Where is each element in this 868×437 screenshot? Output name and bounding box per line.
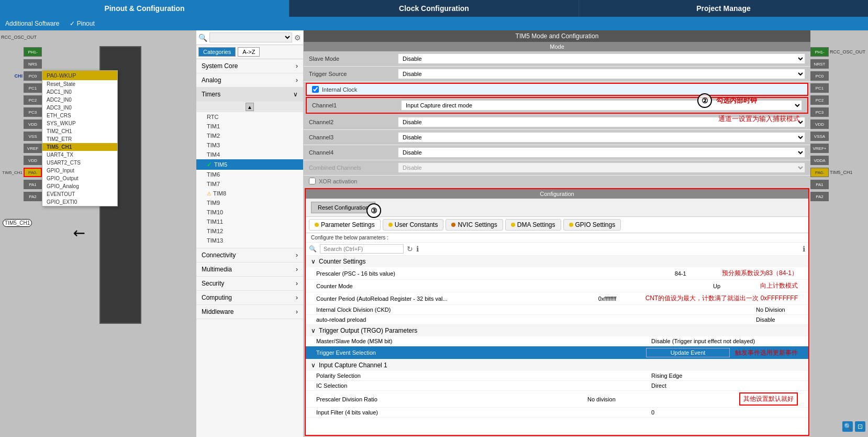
tab-user-constants[interactable]: User Constants	[383, 219, 444, 231]
rpin-vdd[interactable]: VDD	[810, 118, 865, 130]
search-bar: 🔍 ⚙	[196, 30, 303, 45]
dropdown-adc3-in0[interactable]: ADC3_IN0	[42, 104, 117, 112]
timer-tim2[interactable]: TIM2	[196, 131, 303, 140]
timer-tim12[interactable]: TIM12	[196, 226, 303, 236]
top-nav: Pinout & Configuration Clock Configurati…	[0, 0, 868, 17]
rpin-vssa[interactable]: VSSA	[810, 130, 865, 142]
zoom-fit-btn[interactable]: ⊡	[855, 421, 865, 432]
trigger-source-select[interactable]: Disable	[398, 69, 805, 79]
category-middleware[interactable]: Middleware ›	[196, 305, 303, 319]
zoom-in-btn[interactable]: 🔍	[842, 421, 853, 432]
scroll-up[interactable]: ▲	[246, 103, 254, 111]
dropdown-eventout[interactable]: EVENTOUT	[42, 190, 117, 198]
timer-tim8[interactable]: ⚠TIM8	[196, 189, 303, 198]
tim5-config-title: TIM5 Mode and Configuration	[304, 30, 810, 42]
search-select[interactable]	[209, 32, 292, 42]
dropdown-eth-crs[interactable]: ETH_CRS	[42, 112, 117, 119]
dropdown-gpio-exti0[interactable]: GPIO_EXTI0	[42, 198, 117, 206]
secondary-nav-additional[interactable]: Additional Software	[5, 20, 59, 27]
rpin-pa1[interactable]: PA1	[810, 179, 865, 190]
dropdown-adc2-in0[interactable]: ADC2_IN0	[42, 96, 117, 104]
timer-tim9[interactable]: TIM9	[196, 198, 303, 207]
xor-checkbox[interactable]	[309, 178, 316, 184]
polarity-value: Rising Edge	[651, 373, 798, 379]
param-search-input[interactable]	[320, 244, 404, 254]
category-connectivity[interactable]: Connectivity ›	[196, 248, 303, 263]
pin-nrst[interactable]: NRS	[0, 58, 99, 70]
input-capture-header[interactable]: ∨ Input Capture Channel 1	[306, 359, 808, 371]
secondary-nav: Additional Software ✓ Pinout	[0, 17, 868, 30]
tab-categories[interactable]: Categories	[198, 47, 236, 57]
timer-tim4[interactable]: TIM4	[196, 150, 303, 159]
pin-ph1[interactable]: PH1-	[0, 46, 99, 58]
rpin-vref[interactable]: VREF+	[810, 143, 865, 154]
param-search-info[interactable]: ℹ	[416, 245, 419, 253]
dropdown-usart2-cts[interactable]: USART2_CTS	[42, 159, 117, 167]
gear-icon[interactable]: ⚙	[294, 34, 301, 42]
arrow-tim5-pa0: ↙	[69, 223, 90, 244]
ic-selection-label: IC Selection	[316, 383, 651, 389]
timer-tim11[interactable]: TIM11	[196, 217, 303, 226]
param-search-refresh[interactable]: ↻	[407, 245, 413, 253]
timer-tim13[interactable]: TIM13	[196, 236, 303, 245]
timer-rtc[interactable]: RTC	[196, 112, 303, 122]
category-analog[interactable]: Analog ›	[196, 73, 303, 88]
dropdown-tim5-ch1[interactable]: TIM5_CH1	[42, 143, 117, 151]
tab-clock-config[interactable]: Clock Configuration	[290, 0, 579, 17]
timer-tim1[interactable]: TIM1	[196, 122, 303, 131]
rpin-pa0[interactable]: PA0- TIM5_CH1	[810, 167, 865, 178]
rpin-pc3[interactable]: PC3	[810, 106, 865, 118]
dropdown-sys-wkup[interactable]: SYS_WKUP	[42, 119, 117, 127]
dropdown-gpio-output[interactable]: GPIO_Output	[42, 174, 117, 182]
counter-settings-header[interactable]: ∨ Counter Settings	[306, 256, 808, 267]
internal-clock-checkbox[interactable]	[312, 86, 319, 93]
timer-tim6[interactable]: TIM6	[196, 170, 303, 179]
chinese-step2-text: 勾选内部时钟	[716, 96, 757, 105]
dropdown-reset-state[interactable]: Reset_State	[42, 80, 117, 88]
input-filter-value: 0	[651, 409, 798, 416]
secondary-nav-pinout[interactable]: ✓ Pinout	[70, 20, 94, 27]
dropdown-uart4-tx[interactable]: UART4_TX	[42, 151, 117, 159]
timer-tim7[interactable]: TIM7	[196, 179, 303, 189]
category-security[interactable]: Security ›	[196, 277, 303, 291]
rpin-pc0[interactable]: PC0	[810, 70, 865, 82]
category-computing[interactable]: Computing ›	[196, 291, 303, 305]
tab-pinout-config[interactable]: Pinout & Configuration	[0, 0, 290, 17]
rpin-vdda[interactable]: VDDA	[810, 155, 865, 166]
category-system-core[interactable]: System Core ›	[196, 59, 303, 73]
dropdown-adc1-in0[interactable]: ADC1_IN0	[42, 88, 117, 96]
rpin-pc1[interactable]: PC1	[810, 82, 865, 94]
tab-nvic-settings[interactable]: NVIC Settings	[446, 219, 503, 231]
trigger-event-row[interactable]: Trigger Event Selection Update Event 触发事…	[306, 346, 808, 359]
timer-tim5-selected[interactable]: ✓ TIM5	[196, 159, 303, 170]
dropdown-tim2-etr[interactable]: TIM2_ETR	[42, 135, 117, 143]
rpin-pc2[interactable]: PC2	[810, 94, 865, 106]
timer-tim3[interactable]: TIM3	[196, 140, 303, 150]
combined-channels-select[interactable]: Disable	[398, 162, 805, 173]
category-timers[interactable]: Timers ∨	[196, 88, 303, 102]
tab-az[interactable]: A->Z	[238, 47, 260, 57]
dropdown-tim2-ch1[interactable]: TIM2_CH1	[42, 127, 117, 135]
tab-project-manage[interactable]: Project Manage	[579, 0, 868, 17]
autoreload-value: Disable	[756, 316, 798, 323]
tab-dma-settings[interactable]: DMA Settings	[505, 219, 561, 231]
rpin-ph1[interactable]: PH1- RCC_OSC_OUT	[810, 46, 865, 58]
slave-mode-select[interactable]: Disable	[398, 53, 805, 64]
channel3-select[interactable]: Disable	[398, 132, 805, 143]
internal-clock-label: Internal Clock	[322, 86, 357, 93]
channel4-select[interactable]: Disable	[398, 147, 805, 158]
tab-parameter-settings[interactable]: Parameter Settings	[309, 219, 381, 231]
dropdown-pa0-wkup[interactable]: PA0-WKUP	[42, 71, 117, 80]
trgo-header[interactable]: ∨ Trigger Output (TRGO) Parameters	[306, 325, 808, 336]
main-config-panel: TIM5 Mode and Configuration Mode Slave M…	[304, 30, 810, 437]
dropdown-gpio-input[interactable]: GPIO_Input	[42, 167, 117, 174]
timer-tim10[interactable]: TIM10	[196, 207, 303, 217]
combined-channels-row: Combined Channels Disable	[304, 160, 810, 176]
tab-gpio-settings[interactable]: GPIO Settings	[563, 219, 621, 231]
category-multimedia[interactable]: Multimedia ›	[196, 263, 303, 277]
dropdown-gpio-analog[interactable]: GPIO_Analog	[42, 182, 117, 190]
reset-config-button[interactable]: Reset Configuration	[311, 202, 375, 213]
rpin-pa2[interactable]: PA2	[810, 191, 865, 202]
category-tabs: Categories A->Z	[196, 45, 303, 59]
rpin-nrst[interactable]: NRST	[810, 58, 865, 70]
